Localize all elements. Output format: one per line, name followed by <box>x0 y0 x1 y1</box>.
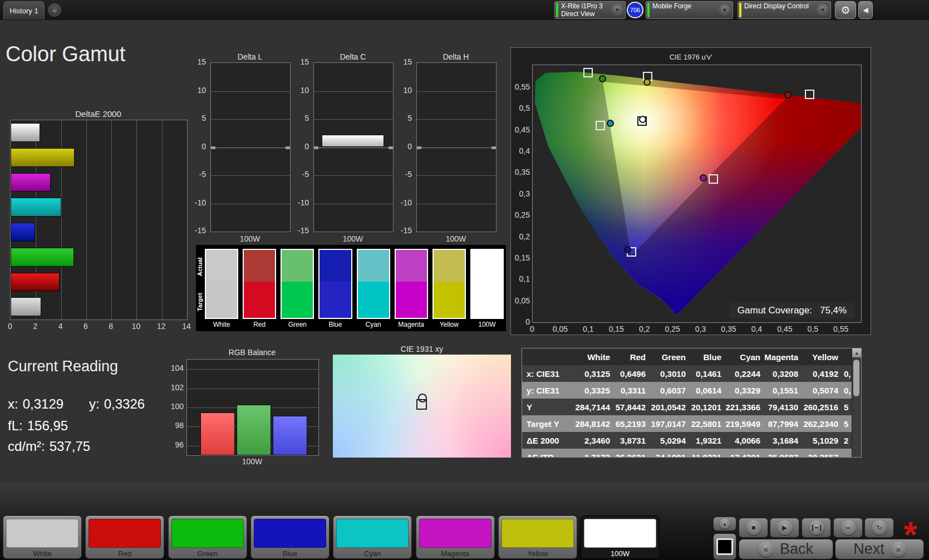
stop-button[interactable]: ■ <box>739 518 768 538</box>
y-value: 0,3326 <box>104 396 145 411</box>
y-tick-label: 0 <box>393 142 412 151</box>
y-tick-label: -5 <box>393 170 412 179</box>
cie1976-panel: CIE 1976 u'v' <box>510 47 871 335</box>
cell-value: 79,4130 <box>764 402 802 412</box>
swatch-label: White <box>205 319 238 330</box>
infinity-icon: ∞ <box>846 524 851 532</box>
actual-row-label: Actual <box>196 249 204 284</box>
cell-value: 219,5949 <box>725 419 764 429</box>
pattern-patch-red[interactable]: Red <box>85 515 164 559</box>
calibrate-button[interactable]: * <box>896 514 925 538</box>
single-measure-button[interactable] <box>802 518 831 538</box>
y-tick-label: -15 <box>187 226 206 235</box>
delta-bar <box>322 135 384 147</box>
back-button[interactable]: « Back <box>739 539 833 559</box>
row-label: x: CIE31 <box>522 369 571 379</box>
refresh-button[interactable]: ↻ <box>864 518 894 538</box>
add-tab-button[interactable]: + <box>48 3 61 17</box>
cell-value: 0,3325 <box>571 386 613 395</box>
pattern-patch-yellow[interactable]: Yellow <box>498 515 577 559</box>
pattern-patch-blue[interactable]: Blue <box>250 515 330 559</box>
scrollbar-thumb[interactable] <box>853 360 859 396</box>
bottom-bar: WhiteRedGreenBlueCyanMagentaYellow100W ▲… <box>0 483 929 560</box>
actual-swatch <box>358 250 389 282</box>
deltae-bar-cyan <box>11 198 61 217</box>
page-title: Color Gamut <box>6 42 125 66</box>
x-tick-label: 0,1 <box>576 325 601 333</box>
delta-h-panel: Delta H 100W 151050-5-10-15 <box>393 52 495 248</box>
cell-value: 0,6496 <box>613 369 649 379</box>
display-control-dropdown[interactable]: Direct Display Control ▼ <box>738 1 831 19</box>
y-tick-label: 0,35 <box>512 168 530 176</box>
patch-color <box>584 519 656 548</box>
y-tick-label: 15 <box>187 57 206 66</box>
cell-value: 262,2340 <box>802 419 842 429</box>
scroll-up-icon[interactable]: ▲ <box>852 348 861 357</box>
chevron-double-left-icon: « <box>759 542 773 557</box>
cell-value: 0,4192 <box>802 369 842 379</box>
column-header: Yellow <box>802 352 842 362</box>
deltae-bar-yellow <box>11 148 75 167</box>
deltae-bar-white <box>11 123 40 142</box>
x-tick-label: 0,05 <box>548 325 572 333</box>
table-scrollbar[interactable]: ▲ <box>852 348 861 457</box>
current-reading-fl: fL:156,95 <box>8 418 68 434</box>
pattern-patch-green[interactable]: Green <box>168 515 247 559</box>
column-header: Green <box>649 352 689 362</box>
x-tick-label: 4 <box>53 322 68 331</box>
pattern-patch-magenta[interactable]: Magenta <box>416 515 495 559</box>
swatch-column-100w: 100W <box>470 249 504 331</box>
pattern-source-dropdown[interactable]: Mobile Forge ▼ <box>646 1 733 19</box>
patch-label: Green <box>169 548 247 559</box>
row-label: Target Y <box>522 419 571 429</box>
collapse-panel-button[interactable]: ◀ <box>858 1 873 19</box>
y-tick-label: 5 <box>393 114 412 122</box>
swatch-box <box>205 249 238 319</box>
gridline <box>417 204 496 204</box>
y-tick-label: 0,05 <box>512 296 530 305</box>
chevron-double-right-icon: » <box>891 542 906 557</box>
pattern-window-button[interactable] <box>713 533 736 560</box>
column-header: Cyan <box>725 352 764 362</box>
patch-color <box>171 519 244 548</box>
cell-value: 87,7994 <box>764 419 802 429</box>
patch-label: Magenta <box>416 548 494 559</box>
cie1931-title: CIE 1931 xy <box>333 345 511 353</box>
next-button-label: Next <box>853 541 884 558</box>
display-control-status-stripe <box>739 3 741 17</box>
gridline <box>211 175 290 176</box>
deltae-bar-red <box>11 273 60 292</box>
pattern-patch-cyan[interactable]: Cyan <box>333 515 412 559</box>
gridline <box>314 148 393 148</box>
current-reading-title: Current Reading <box>8 358 118 375</box>
y-tick-label: -10 <box>187 198 206 207</box>
y-tick-label: -10 <box>290 198 309 207</box>
meter-dropdown[interactable]: X-Rite i1Pro 3 Direct View ▼ <box>554 1 626 19</box>
x-tick-label: 0,15 <box>604 325 628 333</box>
play-button[interactable]: ▶ <box>770 518 799 538</box>
next-button[interactable]: Next » <box>835 539 924 559</box>
measured-marker-cyan <box>607 120 614 127</box>
y-tick-label: -5 <box>187 170 206 179</box>
cell-value: 34,1991 <box>649 453 689 458</box>
swatch-label: Green <box>281 319 314 330</box>
settings-button[interactable]: ⚙ <box>835 1 856 19</box>
y-tick-label: 15 <box>290 57 309 66</box>
target-swatch <box>471 282 503 318</box>
current-reading-y: y:0,3326 <box>89 396 145 412</box>
gear-icon: ⚙ <box>840 4 850 17</box>
swatch-column-magenta: Magenta <box>395 249 428 331</box>
expand-toolbar-button[interactable]: ▲ <box>713 517 736 531</box>
display-control-chevron: ▼ <box>815 2 830 18</box>
gridline <box>417 148 496 148</box>
tab-history-1[interactable]: History 1 <box>3 1 45 19</box>
meter-line1: X-Rite i1Pro 3 <box>561 2 607 10</box>
cell-value: 1,7173 <box>571 453 613 458</box>
measured-marker-green <box>599 75 606 82</box>
pattern-patch-white[interactable]: White <box>3 515 82 559</box>
continuous-measure-button[interactable]: ∞ <box>833 518 863 538</box>
up-arrow-icon: ▲ <box>720 519 730 529</box>
luminance-label: cd/m²: <box>8 439 45 454</box>
pattern-patch-100w[interactable]: 100W <box>581 515 660 559</box>
swatch-label: Cyan <box>357 319 390 330</box>
